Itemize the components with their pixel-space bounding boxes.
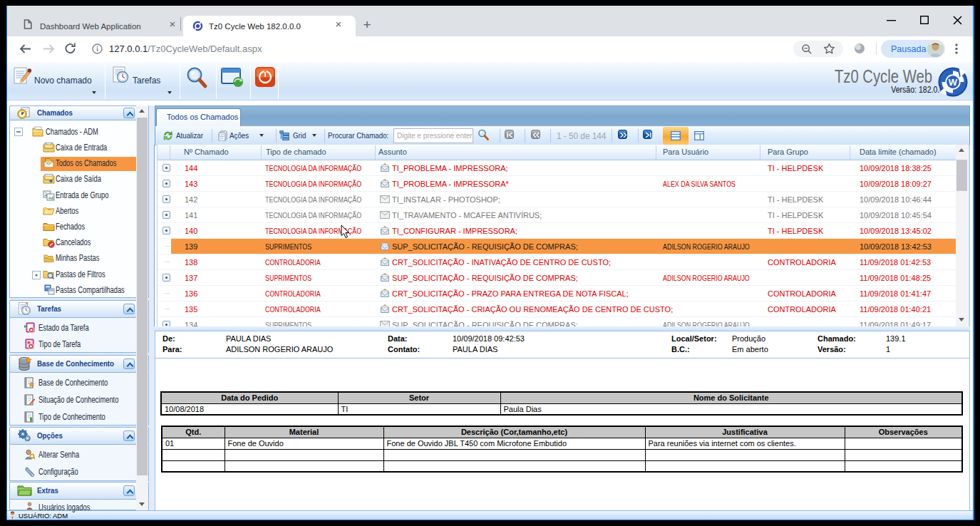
svg-text:W: W [949, 77, 958, 88]
